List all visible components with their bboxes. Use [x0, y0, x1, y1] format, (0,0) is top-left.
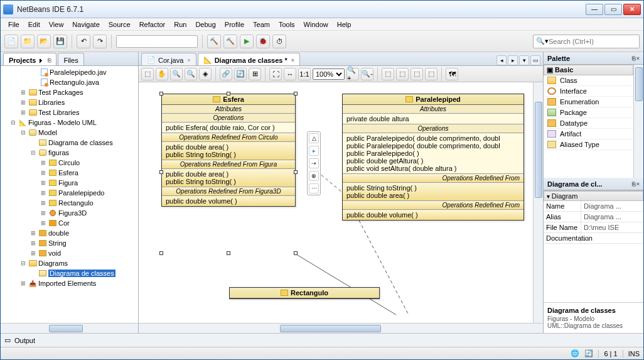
tree-item[interactable]: Figuras - Modelo UML — [28, 119, 97, 126]
undo-button[interactable]: ↶ — [77, 35, 90, 48]
minimize-button[interactable]: — — [586, 4, 603, 15]
pin-icon[interactable]: ⎘ — [632, 55, 635, 62]
palette-item-enum[interactable]: Enumeration — [544, 97, 633, 107]
menu-edit[interactable]: Edit — [24, 19, 44, 30]
tree-item[interactable]: Rectangulo.java — [50, 79, 99, 86]
tree-item[interactable]: Imported Elements — [38, 280, 96, 287]
ctx-generalization[interactable]: △ — [309, 133, 319, 143]
ctx-dependency[interactable]: ⇢ — [309, 158, 319, 168]
tab-files[interactable]: Files — [58, 53, 83, 65]
close-icon[interactable]: × — [636, 55, 640, 62]
menu-file[interactable]: File — [4, 19, 23, 30]
search-box[interactable]: 🔍▾ — [533, 35, 640, 48]
menu-run[interactable]: Run — [170, 19, 190, 30]
menu-help[interactable]: Help — [333, 19, 355, 30]
tree-item[interactable]: double — [48, 229, 69, 237]
palette-item-datatype[interactable]: Datatype — [544, 118, 633, 129]
diagram-canvas[interactable]: Esfera Attributes Operations public Esfe… — [139, 82, 533, 323]
status-icon-2[interactable]: 🔄 — [584, 349, 593, 357]
run-button[interactable]: ▶ — [240, 35, 254, 48]
zoom-out[interactable]: 🔍- — [361, 68, 373, 80]
overview-button[interactable]: 🗺 — [446, 68, 458, 80]
prop-value[interactable]: ... — [581, 233, 643, 243]
uml-class-rectangulo[interactable]: Rectangulo — [229, 287, 380, 299]
close-tab-icon[interactable]: × — [291, 57, 294, 63]
menu-window[interactable]: Window — [300, 19, 332, 30]
prop-value[interactable]: D:\meu ISE — [581, 222, 643, 232]
rel-discovery[interactable]: 🔗 — [220, 68, 232, 80]
build-button[interactable]: 🔨 — [207, 35, 221, 48]
fit-window[interactable]: ⛶ — [269, 68, 282, 80]
tree-item[interactable]: Test Packages — [38, 89, 83, 96]
tree-item[interactable]: Diagrama de classes — [48, 139, 113, 146]
tree-item[interactable]: void — [48, 249, 61, 257]
tab-projects[interactable]: Projects⏵⎘ — [3, 53, 56, 65]
layout-4[interactable]: ⬚ — [425, 68, 437, 80]
search-input[interactable] — [549, 38, 636, 45]
tree-item[interactable]: Circulo — [58, 159, 80, 166]
uml-class-esfera[interactable]: Esfera Attributes Operations public Esfe… — [161, 94, 296, 207]
tab-cor-java[interactable]: 📄Cor.java× — [141, 53, 196, 65]
new-file-button[interactable]: 📄 — [4, 35, 18, 48]
canvas-h-scroll[interactable] — [139, 323, 543, 333]
context-palette[interactable]: △ ▸ ⇢ ⊕ ⋯ — [307, 131, 321, 195]
pin-icon[interactable]: ⎘ — [48, 57, 51, 63]
project-tree[interactable]: Paralelepipedo.jav Rectangulo.java ⊞Test… — [1, 66, 138, 323]
output-strip[interactable]: ▭ Output — [1, 333, 643, 347]
palette-group-basic[interactable]: ▣ Basic — [544, 65, 633, 75]
tree-item-selected[interactable]: Diagrama de classes — [48, 270, 115, 277]
tab-max-button[interactable]: ▭ — [530, 55, 540, 65]
tree-item[interactable]: Cor — [58, 219, 70, 227]
uml-class-paralelepipedo[interactable]: Paralelepiped Attributes private double … — [342, 94, 524, 221]
select-tool[interactable]: ⬚ — [141, 68, 154, 80]
tree-item[interactable]: Diagrams — [38, 259, 68, 267]
new-project-button[interactable]: 📁 — [21, 35, 35, 48]
tab-diagram[interactable]: 📐Diagrama de classes *× — [198, 53, 300, 65]
zoom-combo[interactable]: 100% — [313, 68, 345, 80]
clean-build-button[interactable]: 🔨 — [223, 35, 237, 48]
prop-group[interactable]: ▾ Diagram — [544, 191, 643, 201]
menu-debug[interactable]: Debug — [191, 19, 219, 30]
maximize-button[interactable]: ▭ — [604, 4, 622, 15]
config-combo[interactable] — [116, 35, 198, 48]
save-all-button[interactable]: 💾 — [53, 35, 67, 48]
canvas-v-scroll[interactable] — [533, 82, 543, 323]
tree-item[interactable]: Esfera — [58, 169, 78, 177]
prop-value[interactable]: Diagrama ... — [581, 201, 643, 211]
ctx-nested[interactable]: ⊕ — [309, 171, 319, 181]
tree-item[interactable]: String — [48, 239, 67, 247]
ctx-arrow[interactable]: ▸ — [309, 146, 319, 156]
menu-profile[interactable]: Profile — [221, 19, 248, 30]
tree-item[interactable]: Paralelepipedo — [58, 189, 104, 197]
profile-button[interactable]: ⏱ — [272, 35, 286, 48]
layout-2[interactable]: ⬚ — [396, 68, 409, 80]
palette-item-package[interactable]: Package — [544, 107, 633, 118]
debug-button[interactable]: 🐞 — [256, 35, 270, 48]
pin-icon[interactable]: ⎘ — [632, 181, 635, 187]
tree-item[interactable]: Paralelepipedo.jav — [50, 68, 107, 76]
pan-tool[interactable]: ✋ — [156, 68, 168, 80]
menu-refactor[interactable]: Refactor — [136, 19, 169, 30]
palette-item-aliased[interactable]: Aliased Type — [544, 139, 633, 150]
palette-item-interface[interactable]: Interface — [544, 86, 633, 97]
tree-item[interactable]: figuras — [48, 149, 69, 156]
ctx-more[interactable]: ⋯ — [309, 183, 319, 194]
zoom-in[interactable]: 🔍+ — [346, 68, 359, 80]
fit-width[interactable]: ↔ — [284, 68, 296, 80]
open-button[interactable]: 📂 — [37, 35, 51, 48]
menu-team[interactable]: Team — [249, 19, 274, 30]
palette-v-scroll[interactable] — [633, 65, 643, 178]
tree-item[interactable]: Test Libraries — [38, 109, 79, 116]
nav-link[interactable]: ◈ — [199, 68, 212, 80]
palette-item-artifact[interactable]: Artifact — [544, 129, 633, 139]
menu-tools[interactable]: Tools — [275, 19, 299, 30]
tab-scroll-left[interactable]: ◂ — [496, 55, 507, 65]
menu-source[interactable]: Source — [105, 19, 134, 30]
tree-item[interactable]: Model — [38, 129, 57, 136]
close-icon[interactable]: × — [636, 181, 640, 187]
menu-view[interactable]: View — [45, 19, 68, 30]
zoom-marquee[interactable]: 🔍 — [170, 68, 183, 80]
menu-navigate[interactable]: Navigate — [68, 19, 103, 30]
expand-button[interactable]: ⊞ — [249, 68, 261, 80]
layout-3[interactable]: ⬚ — [411, 68, 423, 80]
